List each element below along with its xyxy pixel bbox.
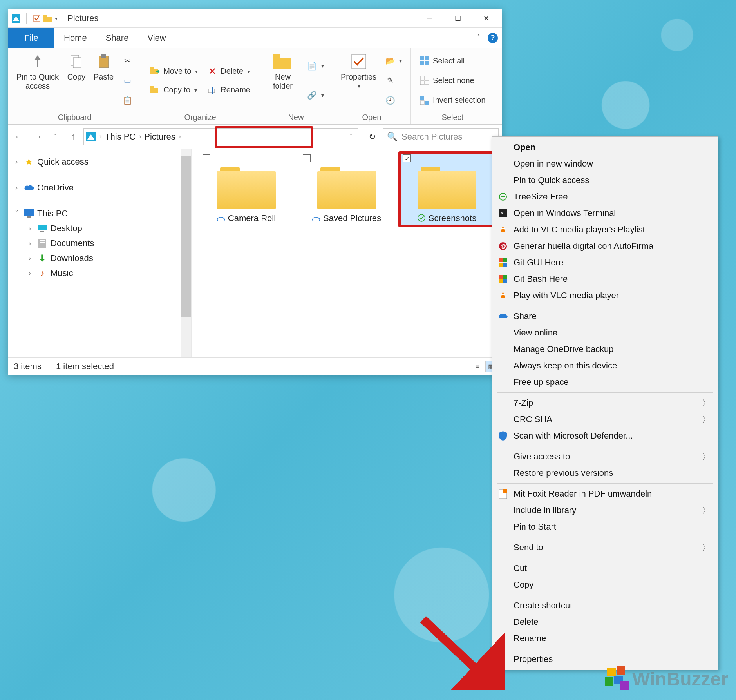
back-button[interactable]: ← bbox=[11, 129, 27, 145]
breadcrumb-current[interactable]: Pictures bbox=[144, 132, 175, 142]
menu-item[interactable]: View online bbox=[493, 325, 717, 341]
tab-share[interactable]: Share bbox=[96, 28, 138, 48]
item-checkbox[interactable] bbox=[303, 154, 311, 162]
folder-item[interactable]: ✓Screenshots bbox=[400, 153, 494, 226]
svg-rect-30 bbox=[24, 209, 34, 216]
paste-button[interactable]: Paste bbox=[90, 50, 118, 111]
address-dropdown[interactable]: ˅ bbox=[349, 133, 353, 140]
item-checkbox[interactable]: ✓ bbox=[403, 154, 411, 162]
help-button[interactable]: ? bbox=[488, 33, 498, 43]
menu-item[interactable]: Mit Foxit Reader in PDF umwandeln bbox=[493, 486, 717, 502]
menu-item[interactable]: Open bbox=[493, 139, 717, 156]
menu-item[interactable]: Copy bbox=[493, 577, 717, 593]
scrollbar-thumb[interactable] bbox=[181, 156, 191, 317]
copy-button[interactable]: Copy bbox=[63, 50, 90, 111]
open-button[interactable]: 📂▾ bbox=[383, 55, 404, 67]
menu-item-label: Manage OneDrive backup bbox=[510, 344, 710, 354]
menu-item[interactable]: Restore previous versions bbox=[493, 465, 717, 481]
menu-item[interactable]: Git GUI Here bbox=[493, 254, 717, 271]
invert-selection-button[interactable]: Invert selection bbox=[417, 94, 488, 106]
svg-rect-31 bbox=[27, 216, 31, 218]
easy-access-button[interactable]: 🔗▾ bbox=[305, 89, 326, 101]
breadcrumb-root[interactable]: This PC bbox=[105, 132, 136, 142]
chevron-icon[interactable]: › bbox=[177, 132, 183, 141]
qat-dropdown[interactable]: ▾ bbox=[55, 15, 58, 22]
menu-item[interactable]: Include in library〉 bbox=[493, 502, 717, 519]
tree-downloads[interactable]: ›⬇Downloads bbox=[24, 251, 189, 266]
svg-rect-18 bbox=[425, 56, 429, 60]
properties-button[interactable]: Properties▾ bbox=[337, 50, 380, 111]
menu-item[interactable]: Create shortcut bbox=[493, 597, 717, 614]
maximize-button[interactable]: ☐ bbox=[444, 9, 472, 28]
tree-documents[interactable]: ›Documents bbox=[24, 236, 189, 251]
copy-path-button[interactable]: ▭ bbox=[120, 74, 135, 86]
menu-item[interactable]: Manage OneDrive backup bbox=[493, 341, 717, 357]
qat-properties-icon[interactable] bbox=[32, 14, 42, 23]
folder-item[interactable]: Saved Pictures bbox=[300, 153, 394, 226]
tab-home[interactable]: Home bbox=[54, 28, 96, 48]
tree-quick-access[interactable]: ›★Quick access bbox=[11, 154, 189, 169]
move-to-button[interactable]: Move to▾ bbox=[148, 65, 200, 77]
new-item-button[interactable]: 📄▾ bbox=[305, 60, 326, 72]
new-folder-button[interactable]: New folder bbox=[263, 50, 302, 111]
svg-rect-22 bbox=[425, 76, 429, 80]
details-view-button[interactable]: ≡ bbox=[472, 361, 483, 372]
menu-item[interactable]: Rename bbox=[493, 630, 717, 647]
cut-button[interactable]: ✂ bbox=[120, 55, 135, 67]
menu-item[interactable]: Pin to Start bbox=[493, 519, 717, 535]
forward-button[interactable]: → bbox=[29, 129, 45, 145]
menu-item[interactable]: Send to〉 bbox=[493, 539, 717, 556]
close-button[interactable]: ✕ bbox=[472, 9, 500, 28]
search-box[interactable]: 🔍 Search Pictures bbox=[383, 128, 499, 145]
menu-item[interactable]: Free up space bbox=[493, 374, 717, 390]
paste-shortcut-button[interactable]: 📋 bbox=[120, 94, 135, 106]
open-icon: 📂 bbox=[385, 56, 395, 66]
edit-button[interactable]: ✎ bbox=[383, 74, 404, 86]
item-checkbox[interactable] bbox=[203, 154, 210, 162]
chevron-icon[interactable]: › bbox=[137, 132, 143, 141]
menu-item[interactable]: Properties bbox=[493, 651, 717, 667]
menu-item[interactable]: Give access to〉 bbox=[493, 448, 717, 465]
menu-item[interactable]: Play with VLC media player bbox=[493, 287, 717, 304]
rename-button[interactable]: Rename bbox=[205, 84, 253, 96]
recent-dropdown[interactable]: ˅ bbox=[47, 129, 63, 145]
menu-item[interactable]: @Generar huella digital con AutoFirma bbox=[493, 238, 717, 254]
select-none-button[interactable]: Select none bbox=[417, 74, 488, 86]
tab-file[interactable]: File bbox=[8, 28, 54, 48]
delete-button[interactable]: ✕Delete▾ bbox=[205, 65, 253, 77]
minimize-button[interactable]: ─ bbox=[416, 9, 444, 28]
menu-item[interactable]: Delete bbox=[493, 614, 717, 630]
menu-item[interactable]: CRC SHA〉 bbox=[493, 411, 717, 428]
up-button[interactable]: ↑ bbox=[65, 129, 81, 145]
menu-item[interactable]: Git Bash Here bbox=[493, 271, 717, 287]
menu-item[interactable]: 7-Zip〉 bbox=[493, 395, 717, 411]
history-button[interactable]: 🕘 bbox=[383, 94, 404, 106]
svg-rect-34 bbox=[38, 239, 46, 248]
refresh-button[interactable]: ↻ bbox=[363, 128, 380, 145]
tree-desktop[interactable]: ›Desktop bbox=[24, 221, 189, 236]
menu-item[interactable]: TreeSize Free bbox=[493, 189, 717, 205]
tree-onedrive[interactable]: ›OneDrive bbox=[11, 180, 189, 195]
tree-this-pc[interactable]: ˅This PC bbox=[11, 206, 189, 221]
scrollbar[interactable] bbox=[181, 149, 191, 357]
folder-item[interactable]: Camera Roll bbox=[199, 153, 293, 226]
tab-view[interactable]: View bbox=[138, 28, 175, 48]
address-bar[interactable]: › This PC › Pictures › ˅ bbox=[83, 128, 358, 145]
menu-item[interactable]: >_Open in Windows Terminal bbox=[493, 205, 717, 221]
cloud-icon bbox=[217, 214, 226, 223]
menu-item[interactable]: Open in new window bbox=[493, 156, 717, 172]
items-view[interactable]: Camera RollSaved Pictures✓Screenshots bbox=[192, 149, 502, 357]
select-all-button[interactable]: Select all bbox=[417, 55, 488, 67]
menu-item[interactable]: Scan with Microsoft Defender... bbox=[493, 428, 717, 444]
menu-item[interactable]: Always keep on this device bbox=[493, 357, 717, 374]
pin-quick-access-button[interactable]: Pin to Quick access bbox=[12, 50, 63, 111]
collapse-ribbon-button[interactable]: ˄ bbox=[473, 33, 485, 43]
menu-item[interactable]: Add to VLC media player's Playlist bbox=[493, 221, 717, 238]
tree-music[interactable]: ›♪Music bbox=[24, 266, 189, 281]
chevron-icon[interactable]: › bbox=[98, 132, 103, 141]
qat-folder-icon[interactable] bbox=[43, 14, 52, 23]
menu-item[interactable]: Share bbox=[493, 308, 717, 325]
menu-item[interactable]: Cut bbox=[493, 560, 717, 577]
menu-item[interactable]: Pin to Quick access bbox=[493, 172, 717, 189]
copy-to-button[interactable]: Copy to▾ bbox=[148, 84, 200, 96]
